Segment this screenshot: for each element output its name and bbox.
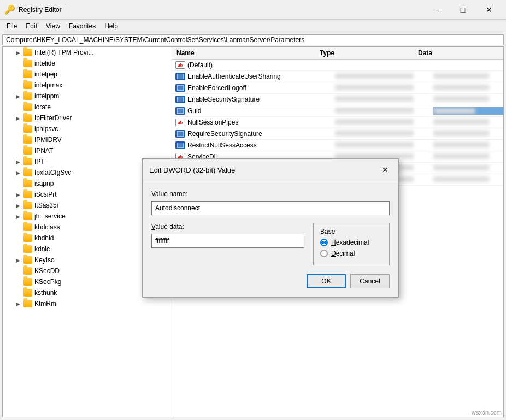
reg-type xyxy=(335,119,433,126)
minimize-button[interactable]: ─ xyxy=(424,1,449,19)
tree-item[interactable]: ▶ KtmRm xyxy=(3,298,172,309)
tree-item[interactable]: ▶ intelide xyxy=(3,58,172,69)
tree-arrow-icon: ▶ xyxy=(14,114,22,122)
folder-icon xyxy=(23,92,32,100)
registry-row[interactable]: Guid xyxy=(172,105,503,117)
registry-row[interactable]: EnableForcedLogoff xyxy=(172,82,503,94)
menu-bar: File Edit View Favorites Help xyxy=(0,20,506,33)
reg-data xyxy=(433,107,503,115)
value-data-input[interactable] xyxy=(151,234,304,248)
tree-item-label: isapnp xyxy=(34,180,54,187)
value-name-label: Value name: xyxy=(151,190,390,198)
dialog-body: Value name: Value data: Base Hexadecimal xyxy=(143,181,398,297)
reg-data xyxy=(433,84,503,92)
tree-item-label: iphlpsvc xyxy=(34,125,58,133)
dialog-title-bar: Edit DWORD (32-bit) Value ✕ xyxy=(143,159,398,181)
tree-item-label: IpFilterDriver xyxy=(34,114,72,122)
tree-item-label: IPT xyxy=(34,158,45,165)
tree-item[interactable]: ▶ intelppm xyxy=(3,91,172,102)
base-label: Base xyxy=(320,228,383,235)
value-name-input[interactable] xyxy=(151,201,390,215)
folder-icon xyxy=(23,245,32,253)
tree-item-label: Intel(R) TPM Provi... xyxy=(34,49,93,56)
close-button[interactable]: ✕ xyxy=(476,1,502,19)
dword-icon xyxy=(175,84,185,92)
maximize-button[interactable]: □ xyxy=(450,1,475,19)
folder-icon xyxy=(23,223,32,231)
reg-name: RestrictNullSessAccess xyxy=(187,141,335,149)
registry-row[interactable]: EnableSecuritySignature xyxy=(172,94,503,105)
ab-icon: ab xyxy=(175,61,185,69)
folder-icon xyxy=(23,81,32,89)
tree-item-label: KeyIso xyxy=(34,256,55,264)
window-controls: ─ □ ✕ xyxy=(424,1,502,19)
hexadecimal-radio-row[interactable]: Hexadecimal xyxy=(320,239,383,246)
tree-item[interactable]: ▶ intelpep xyxy=(3,69,172,80)
folder-icon xyxy=(23,158,32,165)
tree-item-label: ItSas35i xyxy=(34,202,58,209)
tree-item[interactable]: ▶ IPMIDRV xyxy=(3,134,172,145)
reg-icon xyxy=(175,72,185,81)
registry-row[interactable]: EnableAuthenticateUserSharing xyxy=(172,71,503,82)
menu-favorites[interactable]: Favorites xyxy=(64,21,100,32)
reg-icon xyxy=(175,107,185,115)
decimal-label: Decimal xyxy=(331,250,355,257)
address-path: Computer\HKEY_LOCAL_MACHINE\SYSTEM\Curre… xyxy=(6,36,304,44)
hexadecimal-label: Hexadecimal xyxy=(331,239,369,246)
reg-type xyxy=(335,130,433,138)
registry-row[interactable]: ab (Default) xyxy=(172,60,503,71)
tree-arrow-icon: ▶ xyxy=(14,212,22,221)
menu-help[interactable]: Help xyxy=(100,21,122,32)
registry-row[interactable]: ab NullSessionPipes xyxy=(172,117,503,128)
folder-icon xyxy=(23,256,32,264)
col-type-header: Type xyxy=(320,49,418,57)
tree-arrow-icon: ▶ xyxy=(14,157,22,166)
dialog-title: Edit DWORD (32-bit) Value xyxy=(149,166,235,174)
reg-type xyxy=(335,73,433,80)
dword-icon xyxy=(175,73,185,80)
tree-item[interactable]: ▶ iphlpsvc xyxy=(3,123,172,134)
tree-item[interactable]: ▶ IPNAT xyxy=(3,145,172,156)
ok-button[interactable]: OK xyxy=(307,274,346,288)
tree-item-label: KSecDD xyxy=(34,267,60,275)
menu-edit[interactable]: Edit xyxy=(21,21,42,32)
reg-name: Guid xyxy=(187,107,335,115)
col-data-header: Data xyxy=(418,49,503,57)
folder-icon xyxy=(23,70,32,78)
folder-icon xyxy=(23,191,32,198)
reg-data xyxy=(433,130,503,138)
decimal-radio-row[interactable]: Decimal xyxy=(320,250,383,257)
reg-name: EnableForcedLogoff xyxy=(187,84,335,92)
menu-file[interactable]: File xyxy=(2,21,21,32)
hexadecimal-radio[interactable] xyxy=(320,239,328,246)
registry-row[interactable]: RestrictNullSessAccess xyxy=(172,140,503,151)
reg-type xyxy=(335,96,433,103)
decimal-radio[interactable] xyxy=(320,250,328,257)
dword-icon xyxy=(175,96,185,103)
reg-name: (Default) xyxy=(187,61,335,69)
folder-icon xyxy=(23,202,32,209)
app-icon: 🔑 xyxy=(4,4,15,15)
reg-icon xyxy=(175,141,185,150)
tree-item[interactable]: ▶ Intel(R) TPM Provi... xyxy=(3,47,172,58)
folder-icon xyxy=(23,289,32,297)
tree-item-label: IPNAT xyxy=(34,147,53,155)
tree-item[interactable]: ▶ iorate xyxy=(3,102,172,113)
reg-data xyxy=(433,176,503,184)
tree-item-label: IPMIDRV xyxy=(34,136,62,144)
reg-data xyxy=(433,141,503,149)
tree-item-label: kbdclass xyxy=(34,223,60,231)
tree-item[interactable]: ▶ intelpmax xyxy=(3,80,172,91)
reg-name: RequireSecuritySignature xyxy=(187,130,335,138)
reg-type xyxy=(335,107,433,115)
folder-icon xyxy=(23,125,32,133)
dword-icon xyxy=(175,107,185,115)
tree-item-label: jhi_service xyxy=(34,212,66,220)
registry-row[interactable]: RequireSecuritySignature xyxy=(172,128,503,140)
dialog-close-button[interactable]: ✕ xyxy=(379,163,392,176)
menu-view[interactable]: View xyxy=(42,21,64,32)
cancel-button[interactable]: Cancel xyxy=(350,274,390,288)
tree-item[interactable]: ▶ IpFilterDriver xyxy=(3,113,172,123)
address-bar: Computer\HKEY_LOCAL_MACHINE\SYSTEM\Curre… xyxy=(2,34,504,45)
ab-icon: ab xyxy=(175,119,185,126)
